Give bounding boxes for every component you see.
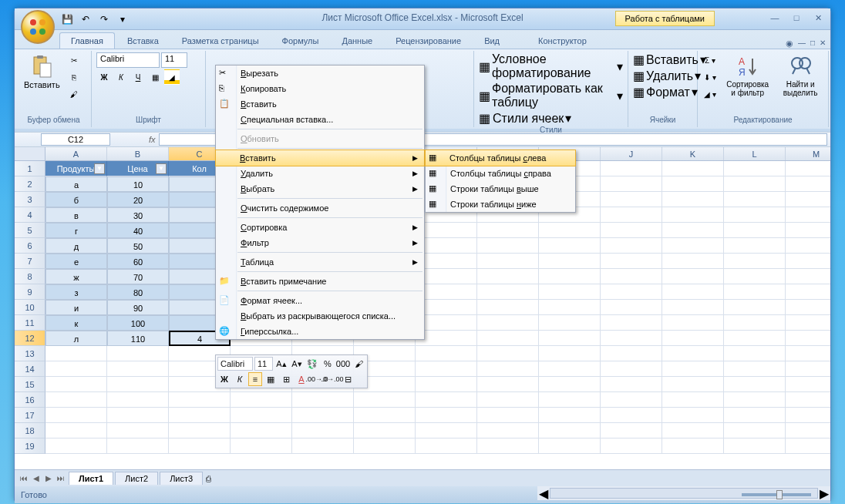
qat-dropdown-icon[interactable]: ▾ [115,12,130,27]
context-menu-item[interactable]: ✂Вырезать [216,66,424,81]
context-menu-item[interactable]: Вставить▶ [215,150,425,166]
mini-font-size[interactable]: 11 [254,357,273,371]
zoom-slider[interactable] [742,493,811,496]
font-name-dropdown[interactable]: Calibri [96,52,160,68]
row-header[interactable]: 8 [15,269,45,284]
context-menu-item[interactable]: Фильтр▶ [216,235,424,250]
office-button[interactable] [21,10,55,44]
mini-comma-icon[interactable]: 000 [336,357,350,371]
name-box[interactable]: C12 [41,133,110,146]
font-size-dropdown[interactable]: 11 [161,52,187,68]
table-cell[interactable]: з [45,284,107,300]
row-header[interactable]: 13 [15,346,45,361]
copy-icon[interactable]: ⎘ [66,69,82,85]
mini-dec-dec-icon[interactable]: .0→.00 [325,372,339,386]
row-header[interactable]: 15 [15,377,45,392]
row-header[interactable]: 19 [15,438,45,454]
tab-review[interactable]: Рецензирование [385,33,472,49]
table-cell[interactable]: 10 [107,176,169,192]
table-cell[interactable]: 70 [107,269,169,284]
table-cell[interactable]: б [45,192,107,207]
save-icon[interactable]: 💾 [59,12,75,27]
mini-percent-icon[interactable]: % [321,357,335,371]
column-header[interactable]: A [45,147,107,160]
italic-button[interactable]: К [113,69,129,85]
table-cell[interactable]: л [45,331,107,346]
table-cell[interactable]: ж [45,269,107,284]
tab-formulas[interactable]: Формулы [271,33,330,49]
mini-merge-icon[interactable]: ⊟ [341,372,355,386]
tab-view[interactable]: Вид [473,33,510,49]
table-header-cell[interactable]: Продукты▼ [45,161,107,176]
row-header[interactable]: 14 [15,361,45,377]
tab-data[interactable]: Данные [331,33,383,49]
mini-accounting-icon[interactable]: 💱 [305,357,319,371]
fill-color-icon[interactable]: ◢ [164,69,180,85]
context-menu-item[interactable]: Очистить содержимое [216,200,424,216]
row-header[interactable]: 10 [15,300,45,315]
context-menu-item[interactable]: Удалить▶ [216,166,424,181]
row-header[interactable]: 2 [15,176,45,192]
find-select-button[interactable]: Найти и выделить [777,52,823,116]
mini-format-painter-icon[interactable]: 🖌 [352,357,365,371]
row-header[interactable]: 7 [15,254,45,269]
context-menu-item[interactable]: Таблица▶ [216,254,424,270]
doc-restore-icon[interactable]: □ [810,39,815,49]
row-header[interactable]: 5 [15,223,45,238]
redo-icon[interactable]: ↷ [96,12,112,27]
column-header[interactable]: J [601,147,662,160]
context-menu-item[interactable]: ⎘Копировать [216,81,424,96]
context-menu-item[interactable]: Выбрать из раскрывающегося списка... [216,308,424,324]
table-cell[interactable]: а [45,176,107,192]
select-all-corner[interactable] [15,147,45,161]
context-menu-item[interactable]: Специальная вставка... [216,112,424,127]
context-menu-item[interactable]: 📋Вставить [216,96,424,112]
sheet-tab[interactable]: Лист2 [115,472,158,485]
clear-icon[interactable]: ◢ ▾ [702,86,718,102]
tab-insert[interactable]: Вставка [116,33,170,49]
row-header[interactable]: 17 [15,408,45,423]
context-submenu-item[interactable]: ▦Столбцы таблицы справа [426,166,575,181]
maximize-button[interactable]: □ [789,12,804,24]
filter-dropdown-icon[interactable]: ▼ [94,163,105,174]
row-header[interactable]: 1 [15,161,45,176]
sheet-tab[interactable]: Лист3 [160,472,203,485]
row-header[interactable]: 6 [15,238,45,254]
format-as-table-button[interactable]: ▦Форматировать как таблицу ▾ [479,82,623,109]
context-submenu-item[interactable]: ▦Строки таблицы выше [426,181,575,197]
borders-icon[interactable]: ▦ [147,69,163,85]
minimize-button[interactable]: — [767,12,783,24]
new-sheet-icon[interactable]: ⎙ [206,474,211,483]
autosum-icon[interactable]: Σ ▾ [702,52,718,68]
help-icon[interactable]: ◉ [786,39,793,49]
tab-design[interactable]: Конструктор [527,33,598,49]
sort-filter-button[interactable]: АЯ Сортировка и фильтр [721,52,774,116]
undo-icon[interactable]: ↶ [78,12,93,27]
row-header[interactable]: 18 [15,423,45,438]
table-cell[interactable]: 100 [107,315,169,331]
doc-minimize-icon[interactable]: — [798,39,806,49]
cut-icon[interactable]: ✂ [66,52,82,68]
filter-dropdown-icon[interactable]: ▼ [156,163,167,174]
mini-font-name[interactable]: Calibri [217,357,253,371]
mini-bold-icon[interactable]: Ж [217,372,231,386]
table-cell[interactable]: 50 [107,238,169,254]
column-header[interactable]: K [662,147,724,160]
mini-shrink-font-icon[interactable]: A▾ [290,357,304,371]
tab-layout[interactable]: Разметка страницы [171,33,270,49]
row-header[interactable]: 11 [15,315,45,331]
table-cell[interactable]: 90 [107,300,169,315]
fill-icon[interactable]: ⬇ ▾ [702,69,718,85]
tab-home[interactable]: Главная [59,32,115,49]
mini-grow-font-icon[interactable]: A▴ [274,357,288,371]
row-header[interactable]: 4 [15,207,45,223]
context-menu-item[interactable]: Выбрать▶ [216,181,424,197]
mini-borders-icon[interactable]: ⊞ [279,372,293,386]
table-cell[interactable]: в [45,207,107,223]
sheet-nav[interactable]: ⏮◀▶⏭ [18,474,67,482]
cells-format-button[interactable]: ▦ Формат ▾ [633,85,692,99]
table-cell[interactable]: д [45,238,107,254]
cells-delete-button[interactable]: ▦ Удалить ▾ [633,69,692,83]
mini-center-icon[interactable]: ≡ [248,372,262,386]
table-cell[interactable]: к [45,315,107,331]
